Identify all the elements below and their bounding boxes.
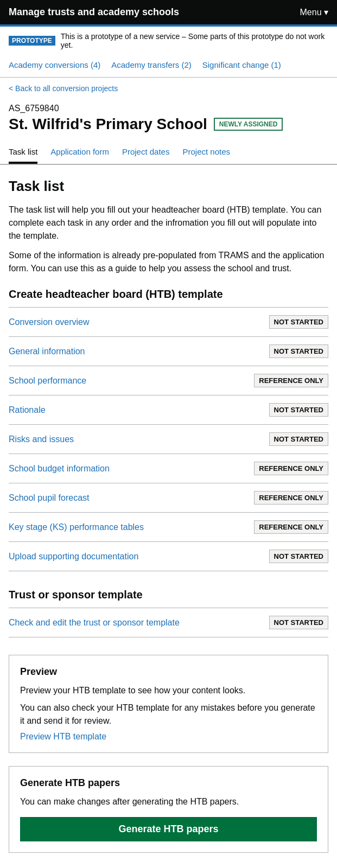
- status-badge-upload-docs: NOT STARTED: [269, 550, 328, 563]
- status-badge-rationale: NOT STARTED: [269, 403, 328, 417]
- task-link-school-performance[interactable]: School performance: [9, 376, 86, 386]
- task-link-upload-docs[interactable]: Upload supporting documentation: [9, 552, 138, 561]
- project-id: AS_6759840: [9, 104, 328, 113]
- trust-task-list: Check and edit the trust or sponsor temp…: [9, 608, 328, 637]
- task-list-desc1: The task list will help you fill out you…: [9, 203, 328, 242]
- task-link-ks-performance[interactable]: Key stage (KS) performance tables: [9, 522, 144, 532]
- preview-desc2: You can also check your HTB template for…: [20, 701, 317, 727]
- generate-desc: You can make changes after generating th…: [20, 795, 317, 808]
- status-badge-school-pupil-forecast: REFERENCE ONLY: [254, 491, 328, 505]
- task-list-heading: Task list: [9, 178, 328, 195]
- main-content: Task list The task list will help you fi…: [0, 165, 337, 866]
- task-item-school-performance: School performance REFERENCE ONLY: [9, 366, 328, 395]
- htb-section-heading: Create headteacher board (HTB) template: [9, 288, 328, 301]
- task-link-school-budget[interactable]: School budget information: [9, 464, 110, 474]
- task-item-risks-and-issues: Risks and issues NOT STARTED: [9, 425, 328, 454]
- newly-assigned-badge: NEWLY ASSIGNED: [214, 118, 283, 131]
- task-item-school-pupil-forecast: School pupil forecast REFERENCE ONLY: [9, 483, 328, 513]
- preview-heading: Preview: [20, 666, 317, 678]
- htb-task-list: Conversion overview NOT STARTED General …: [9, 307, 328, 571]
- back-link[interactable]: Back to all conversion projects: [9, 84, 118, 93]
- status-badge-trust-template: NOT STARTED: [269, 616, 328, 629]
- task-list-desc2: Some of the information is already pre-p…: [9, 249, 328, 275]
- sub-tab-project-notes[interactable]: Project notes: [182, 142, 230, 164]
- preview-htb-link[interactable]: Preview HTB template: [20, 732, 106, 741]
- sub-tab-application-form[interactable]: Application form: [50, 142, 109, 164]
- tab-significant-change[interactable]: Significant change (1): [202, 55, 281, 77]
- school-info: AS_6759840 St. Wilfrid's Primary School …: [0, 99, 337, 142]
- site-title: Manage trusts and academy schools: [9, 7, 179, 18]
- task-link-conversion-overview[interactable]: Conversion overview: [9, 317, 90, 327]
- task-link-general-information[interactable]: General information: [9, 347, 85, 356]
- task-item-rationale: Rationale NOT STARTED: [9, 395, 328, 425]
- status-badge-ks-performance: REFERENCE ONLY: [254, 520, 328, 534]
- status-badge-school-performance: REFERENCE ONLY: [254, 374, 328, 387]
- tab-academy-conversions[interactable]: Academy conversions (4): [9, 55, 100, 77]
- school-name: St. Wilfrid's Primary School: [9, 116, 207, 133]
- prototype-tag: PROTOTYPE: [9, 36, 55, 46]
- task-item-general-information: General information NOT STARTED: [9, 337, 328, 366]
- task-item-trust-template: Check and edit the trust or sponsor temp…: [9, 608, 328, 637]
- trust-section-heading: Trust or sponsor template: [9, 589, 328, 601]
- generate-section: Generate HTB papers You can make changes…: [9, 766, 328, 853]
- back-link-container: Back to all conversion projects: [0, 78, 337, 99]
- status-badge-conversion-overview: NOT STARTED: [269, 315, 328, 329]
- sub-tab-project-dates[interactable]: Project dates: [122, 142, 170, 164]
- sub-tabs: Task list Application form Project dates…: [0, 142, 337, 165]
- tab-academy-transfers[interactable]: Academy transfers (2): [111, 55, 192, 77]
- sub-tab-task-list[interactable]: Task list: [9, 142, 37, 164]
- preview-section: Preview Preview your HTB template to see…: [9, 655, 328, 753]
- task-link-trust-template[interactable]: Check and edit the trust or sponsor temp…: [9, 618, 180, 628]
- status-badge-school-budget: REFERENCE ONLY: [254, 462, 328, 475]
- task-item-school-budget: School budget information REFERENCE ONLY: [9, 454, 328, 483]
- task-item-ks-performance: Key stage (KS) performance tables REFERE…: [9, 513, 328, 542]
- task-link-rationale[interactable]: Rationale: [9, 405, 46, 415]
- task-link-risks-and-issues[interactable]: Risks and issues: [9, 435, 74, 444]
- prototype-banner: PROTOTYPE This is a prototype of a new s…: [0, 24, 337, 55]
- generate-heading: Generate HTB papers: [20, 777, 317, 789]
- prototype-message: This is a prototype of a new service – S…: [61, 32, 328, 49]
- top-nav: Academy conversions (4) Academy transfer…: [0, 55, 337, 78]
- task-link-school-pupil-forecast[interactable]: School pupil forecast: [9, 493, 90, 503]
- generate-htb-button[interactable]: Generate HTB papers: [20, 817, 317, 841]
- task-item-upload-docs: Upload supporting documentation NOT STAR…: [9, 542, 328, 571]
- menu-button[interactable]: Menu ▾: [300, 7, 328, 17]
- preview-desc1: Preview your HTB template to see how you…: [20, 684, 317, 697]
- site-header: Manage trusts and academy schools Menu ▾: [0, 0, 337, 24]
- status-badge-risks-and-issues: NOT STARTED: [269, 432, 328, 446]
- status-badge-general-information: NOT STARTED: [269, 344, 328, 358]
- task-item-conversion-overview: Conversion overview NOT STARTED: [9, 307, 328, 337]
